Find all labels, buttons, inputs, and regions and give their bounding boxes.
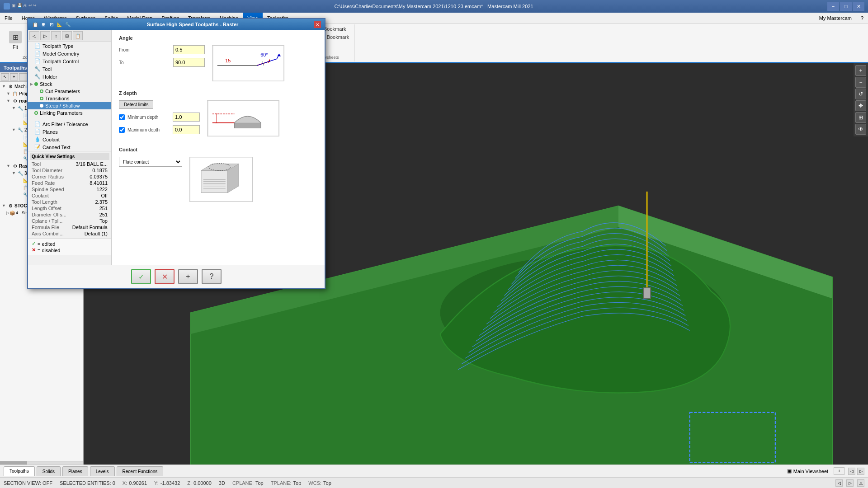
dlg-tree-toolpath-type[interactable]: 📄 Toolpath Type <box>28 42 111 50</box>
steep-shallow-label: Steep / Shallow <box>45 103 80 108</box>
help-button[interactable]: ? <box>202 269 222 284</box>
minimize-button[interactable]: − <box>827 2 839 11</box>
toolbar-expand-btn[interactable]: ◁ <box>848 468 855 475</box>
dlg-tree-arc-filter[interactable]: 📄 Arc Filter / Tolerance <box>28 120 111 128</box>
coolant-dlg-label: Coolant <box>42 137 60 142</box>
fit-icon: ⊞ <box>9 31 22 43</box>
viewport-pan[interactable]: ✥ <box>855 100 866 111</box>
tplane-status: TPLANE: Top <box>271 480 302 486</box>
status-nav-up[interactable]: △ <box>857 479 864 487</box>
detect-limits-button[interactable]: Detect limits <box>119 100 153 109</box>
viewport-zoom-in[interactable]: + <box>855 65 866 76</box>
toolbar-icons: ▣ 💾 🖨 ↩ ↪ <box>12 3 37 9</box>
toolbar-collapse-btn[interactable]: ▷ <box>857 468 864 475</box>
min-depth-input[interactable] <box>173 113 200 122</box>
dlg-tree-planes[interactable]: 📄 Planes <box>28 128 111 136</box>
max-depth-checkbox[interactable] <box>119 127 125 133</box>
dialog-footer: ✓ ✕ + ? <box>28 265 325 288</box>
dlg-tree-cut-params[interactable]: Cut Parameters <box>28 88 111 95</box>
tab-planes[interactable]: Planes <box>62 466 88 476</box>
add-button[interactable]: + <box>178 269 198 284</box>
qv-toollength-value: 2.375 <box>95 199 108 205</box>
scrollbar-thumb[interactable] <box>0 461 27 465</box>
dlg-tree-toolpath-control[interactable]: 📄 Toolpath Control <box>28 57 111 65</box>
dlg-toolbar-btn-3[interactable]: ↕ <box>51 31 61 40</box>
qv-lenoffset-value: 251 <box>99 206 108 211</box>
viewport-zoom-out[interactable]: − <box>855 77 866 88</box>
horizontal-scrollbar[interactable] <box>0 461 83 465</box>
qv-row-toollength: Tool Length 2.375 <box>30 199 109 205</box>
tp-toolbar-collapse[interactable]: - <box>19 73 27 80</box>
linking-dot-icon <box>34 111 38 115</box>
tp-toolbar-expand[interactable]: + <box>10 73 18 80</box>
viewport-fit[interactable]: ⊞ <box>855 112 866 123</box>
dlg-tree-holder[interactable]: 🔧 Holder <box>28 73 111 80</box>
contact-dropdown[interactable]: Flute contact Ball center Tool tip <box>119 157 182 167</box>
dlg-toolbar-btn-2[interactable]: ▷ <box>40 31 50 40</box>
holder-icon: 🔧 <box>34 74 41 80</box>
dlg-toolbar-btn-5[interactable]: 📋 <box>73 31 83 40</box>
dlg-tree-stock[interactable]: ▶ Stock <box>28 80 111 88</box>
qv-formula-label: Formula File <box>32 225 59 230</box>
model-geometry-label: Model Geometry <box>42 51 79 56</box>
dlg-tree-model-geometry[interactable]: 📄 Model Geometry <box>28 50 111 57</box>
dlg-tree-transitions[interactable]: Transitions <box>28 95 111 102</box>
title-bar: ▣ 💾 🖨 ↩ ↪ C:\Users\Charlie\Documents\My … <box>0 0 868 13</box>
viewport-view[interactable]: 👁 <box>855 124 866 135</box>
angle-form: From To <box>119 45 205 70</box>
window-close-button[interactable]: ✕ <box>853 2 864 11</box>
qv-coolant-value: Off <box>101 193 108 198</box>
tab-toolpaths[interactable]: Toolpaths <box>4 466 35 476</box>
qv-row-tool: Tool 3/16 BALL E... <box>30 161 109 167</box>
tp-toolbar-select[interactable]: ↖ <box>1 73 9 80</box>
angle-from-input[interactable] <box>173 45 205 54</box>
fit-button[interactable]: ⊞ Fit <box>5 29 25 52</box>
dlg-tree-tool[interactable]: 🔧 Tool <box>28 65 111 73</box>
maximize-button[interactable]: □ <box>840 2 852 11</box>
z-value: 0.00000 <box>193 480 212 486</box>
dlg-icon-3: ⊡ <box>48 21 55 28</box>
dlg-spacer <box>28 117 111 120</box>
menu-help-icon[interactable]: ? <box>856 13 868 23</box>
viewport-rotate[interactable]: ↺ <box>855 89 866 99</box>
tab-levels[interactable]: Levels <box>90 466 115 476</box>
angle-to-input[interactable] <box>173 58 205 67</box>
viewsheet-add-button[interactable]: + <box>834 467 844 475</box>
zdepth-title: Z depth <box>119 90 317 96</box>
status-nav-left[interactable]: ◁ <box>835 479 843 487</box>
dlg-tree-steep-shallow[interactable]: Steep / Shallow <box>28 102 111 109</box>
check-icon: ✓ <box>32 241 36 247</box>
dlg-tree-canned-text[interactable]: 📝 Canned Text <box>28 143 111 151</box>
dlg-toolbar-btn-4[interactable]: ⊞ <box>62 31 72 40</box>
dlg-icon-4: 📐 <box>56 21 63 28</box>
dlg-tree-coolant[interactable]: 💧 Coolant <box>28 136 111 143</box>
viewport-toolbar: + − ↺ ✥ ⊞ 👁 <box>854 63 868 136</box>
min-depth-checkbox[interactable] <box>119 114 125 120</box>
dlg-tree-linking[interactable]: Linking Parameters <box>28 109 111 117</box>
ok-button[interactable]: ✓ <box>131 269 151 284</box>
max-depth-input[interactable] <box>173 125 200 134</box>
qv-corner-value: 0.09375 <box>90 174 108 179</box>
svg-rect-28 <box>235 123 261 128</box>
dialog-title-text: Surface High Speed Toolpaths - Raster <box>147 22 239 27</box>
cplane-label: CPLANE: <box>232 480 254 486</box>
contact-content: Flute contact Ball center Tool tip <box>119 157 317 202</box>
zdepth-diagram-svg <box>207 100 279 136</box>
menu-file[interactable]: File <box>0 13 17 23</box>
bottom-toolbar: Toolpaths Solids Planes Levels Recent Fu… <box>0 465 868 477</box>
menu-my-mastercam[interactable]: My Mastercam <box>815 13 856 23</box>
cplane-status: CPLANE: Top <box>232 480 264 486</box>
qv-formula-value: Default Formula <box>72 225 108 230</box>
dialog-close-button[interactable]: ✕ <box>314 21 321 28</box>
dialog-title-bar[interactable]: 📋 ⊞ ⊡ 📐 🔧 Surface High Speed Toolpaths -… <box>28 19 325 30</box>
tab-recent-functions[interactable]: Recent Functions <box>117 466 164 476</box>
cancel-button[interactable]: ✕ <box>155 269 175 284</box>
coolant-icon: 💧 <box>34 136 41 142</box>
stock-dot-icon <box>34 82 38 86</box>
dlg-toolbar-btn-1[interactable]: ◁ <box>29 31 39 40</box>
tab-solids[interactable]: Solids <box>37 466 61 476</box>
status-nav-right[interactable]: ▷ <box>846 479 854 487</box>
qv-coolant-label: Coolant <box>32 193 49 198</box>
min-depth-row: Minimum depth <box>119 113 200 122</box>
z-coordinate: Z: 0.00000 <box>187 480 212 486</box>
